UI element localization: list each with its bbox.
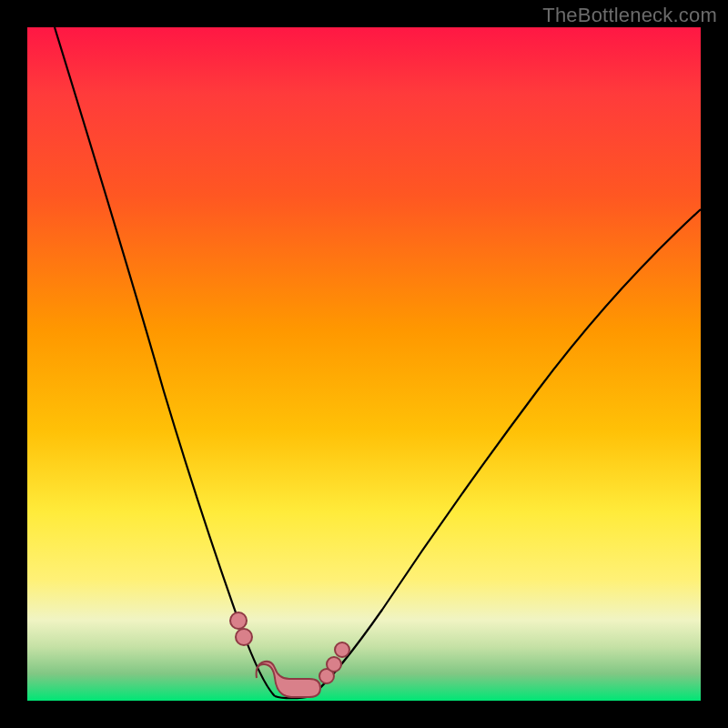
marker-dot	[335, 642, 349, 657]
chart-curve-layer	[27, 27, 701, 701]
curve-left-branch	[55, 27, 275, 696]
marker-floor-blob	[257, 662, 320, 697]
chart-gradient-background	[27, 27, 701, 701]
marker-dot	[327, 657, 341, 672]
marker-dot	[236, 629, 252, 645]
watermark-text: TheBottleneck.com	[542, 4, 717, 27]
marker-dot	[230, 612, 247, 629]
curve-right-branch	[311, 209, 701, 696]
chart-frame: TheBottleneck.com	[0, 0, 728, 728]
